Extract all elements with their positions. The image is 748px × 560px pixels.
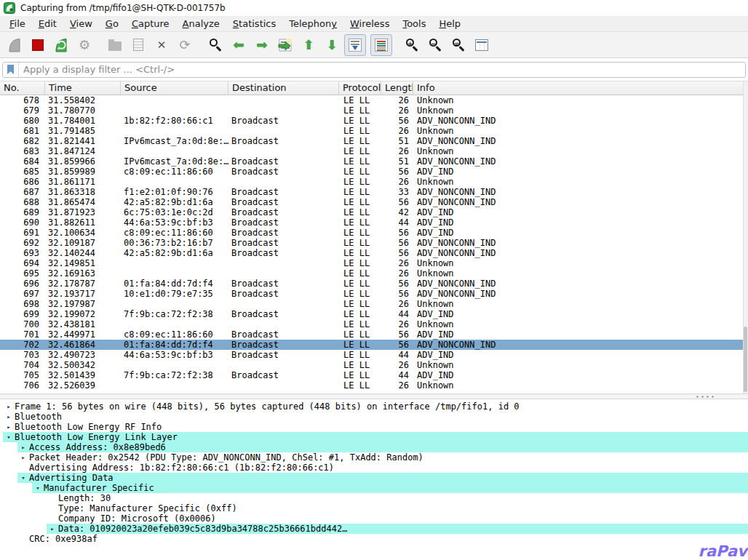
packet-cell-info: Unknown (413, 319, 748, 329)
packet-row[interactable]: 68831.86547442:a5:82:9b:d1:6aBroadcastLE… (0, 197, 748, 207)
zoom-out-icon[interactable]: − (424, 34, 446, 56)
packet-row[interactable]: 67931.780770LE LL26Unknown (0, 105, 748, 116)
packet-row[interactable]: 68231.821441IPv6mcast_7a:0d:8e:…Broadcas… (0, 136, 748, 146)
packet-row[interactable]: 69332.14024442:a5:82:9b:d1:6aBroadcastLE… (0, 248, 748, 258)
find-packet-icon[interactable] (204, 34, 226, 56)
column-header-source[interactable]: Source (121, 81, 228, 95)
auto-scroll-icon[interactable] (344, 34, 366, 56)
packet-row[interactable]: 69432.149851LE LL26Unknown (0, 258, 748, 268)
start-capture-icon[interactable] (4, 34, 25, 56)
detail-row[interactable]: Advertising Address: 1b:82:f2:80:66:c1 (… (0, 463, 748, 473)
packet-row[interactable]: 69832.197987LE LL26Unknown (0, 299, 748, 309)
colorize-icon[interactable] (370, 34, 392, 56)
menu-item-tools[interactable]: Tools (396, 17, 432, 31)
detail-row[interactable]: ▸Bluetooth Low Energy RF Info (0, 422, 748, 432)
menu-item-go[interactable]: Go (99, 17, 125, 31)
packet-row[interactable]: 70232.46186401:fa:84:dd:7d:f4BroadcastLE… (0, 340, 748, 350)
go-first-icon[interactable]: ⬆ (298, 34, 319, 56)
detail-row[interactable]: ▸Frame 1: 56 bytes on wire (448 bits), 5… (0, 401, 748, 412)
packet-row[interactable]: 70332.49072344:6a:53:9c:bf:b3BroadcastLE… (0, 350, 748, 360)
expander-open-icon[interactable]: ▾ (3, 432, 15, 442)
expander-closed-icon[interactable]: ▸ (17, 452, 29, 463)
go-to-packet-icon[interactable] (274, 34, 296, 56)
detail-row[interactable]: ▾Advertising Data (0, 473, 748, 483)
detail-row[interactable]: ▾Bluetooth Low Energy Link Layer (0, 432, 748, 442)
open-file-icon[interactable] (104, 34, 126, 56)
capture-options-icon[interactable]: ⚙ (73, 34, 95, 56)
reload-file-icon[interactable]: ⟳ (174, 34, 196, 56)
menu-item-telephony[interactable]: Telephony (282, 17, 343, 31)
packet-row[interactable]: 70432.500342LE LL26Unknown (0, 360, 748, 370)
filter-bookmark-icon[interactable] (3, 63, 19, 77)
column-header-destination[interactable]: Destination (228, 81, 339, 95)
packet-row[interactable]: 68731.863318f1:e2:01:0f:90:76BroadcastLE… (0, 187, 748, 197)
packet-row[interactable]: 70632.526039LE LL26Unknown (0, 380, 748, 391)
packet-row[interactable]: 69232.10918700:36:73:b2:16:b7BroadcastLE… (0, 238, 748, 248)
expander-closed-icon[interactable]: ▸ (3, 422, 15, 432)
save-file-icon[interactable] (127, 34, 149, 56)
pane-splitter[interactable] (0, 393, 748, 399)
packet-row[interactable]: 69632.17878701:fa:84:dd:7d:f4BroadcastLE… (0, 279, 748, 289)
menu-item-help[interactable]: Help (432, 17, 467, 31)
restart-capture-icon[interactable] (50, 34, 72, 56)
go-back-icon[interactable]: ⬅ (228, 34, 250, 56)
detail-row[interactable]: CRC: 0xe938af (0, 534, 748, 544)
resize-columns-icon[interactable] (471, 34, 493, 56)
menu-item-view[interactable]: View (63, 17, 99, 31)
column-header-protocol[interactable]: Protocol (339, 81, 381, 95)
packet-row[interactable]: 68031.7840011b:82:f2:80:66:c1BroadcastLE… (0, 116, 748, 126)
detail-row[interactable]: ▸Data: 010920023a20efeb039c5c83d9ba34788… (0, 524, 748, 534)
display-filter-input[interactable] (19, 63, 745, 76)
menu-item-wireless[interactable]: Wireless (343, 17, 396, 31)
toolbar-separator (96, 34, 103, 56)
expander-open-icon[interactable]: ▾ (17, 473, 29, 483)
packet-row[interactable]: 68331.847124LE LL26Unknown (0, 146, 748, 156)
packet-row[interactable]: 70132.449971c8:09:ec:11:86:60BroadcastLE… (0, 329, 748, 340)
go-last-icon[interactable]: ⬇ (321, 34, 343, 56)
column-header-no[interactable]: No. (0, 81, 45, 95)
packet-row[interactable]: 69732.19371710:e1:d0:79:e7:35BroadcastLE… (0, 289, 748, 299)
packet-row[interactable]: 68431.859966IPv6mcast_7a:0d:8e:…Broadcas… (0, 156, 748, 167)
packet-row[interactable]: 67831.558402LE LL26Unknown (0, 95, 748, 105)
detail-row[interactable]: ▸Packet Header: 0x2542 (PDU Type: ADV_NO… (0, 452, 748, 463)
zoom-reset-icon[interactable]: = (447, 34, 469, 56)
expander-closed-icon[interactable]: ▸ (17, 442, 29, 452)
packet-row[interactable]: 69132.100634c8:09:ec:11:86:60BroadcastLE… (0, 228, 748, 238)
packet-cell-destination: Broadcast (228, 350, 339, 360)
packet-row[interactable]: 69932.1990727f:9b:ca:72:f2:38BroadcastLE… (0, 309, 748, 319)
column-header-length[interactable]: Length (381, 81, 413, 95)
expander-closed-icon[interactable]: ▸ (3, 412, 15, 422)
detail-row[interactable]: ▾Manufacturer Specific (0, 483, 748, 493)
stop-capture-icon[interactable] (27, 34, 49, 56)
go-forward-icon[interactable]: ➡ (251, 34, 273, 56)
detail-row[interactable]: ▸Access Address: 0x8e89bed6 (0, 442, 748, 452)
expander-open-icon[interactable]: ▾ (32, 483, 44, 493)
packet-list-scrollbar[interactable] (743, 81, 748, 393)
menu-item-edit[interactable]: Edit (32, 17, 63, 31)
menu-item-capture[interactable]: Capture (125, 17, 176, 31)
column-header-info[interactable]: Info (413, 81, 748, 95)
menu-item-file[interactable]: File (3, 17, 32, 31)
packet-row[interactable]: 70532.5014397f:9b:ca:72:f2:38BroadcastLE… (0, 370, 748, 380)
detail-row[interactable]: Type: Manufacturer Specific (0xff) (0, 503, 748, 513)
expander-closed-icon[interactable]: ▸ (47, 524, 58, 534)
zoom-in-icon[interactable]: + (401, 34, 423, 56)
scrollbar-thumb[interactable] (744, 327, 747, 392)
detail-row[interactable]: Length: 30 (0, 493, 748, 503)
packet-row[interactable]: 68631.861171LE LL26Unknown (0, 177, 748, 187)
close-file-icon[interactable]: ✕ (151, 34, 172, 56)
packet-row[interactable]: 68531.859989c8:09:ec:11:86:60BroadcastLE… (0, 167, 748, 177)
column-header-time[interactable]: Time (45, 81, 121, 95)
expander-closed-icon[interactable]: ▸ (3, 401, 15, 412)
packet-row[interactable]: 68931.8719236c:75:03:1e:0c:2dBroadcastLE… (0, 207, 748, 217)
packet-row[interactable]: 69031.88261144:6a:53:9c:bf:b3BroadcastLE… (0, 217, 748, 228)
menu-item-statistics[interactable]: Statistics (226, 17, 282, 31)
detail-row[interactable]: Company ID: Microsoft (0x0006) (0, 513, 748, 524)
packet-cell-destination: Broadcast (228, 136, 339, 146)
packet-row[interactable]: 70032.438181LE LL26Unknown (0, 319, 748, 329)
menu-item-analyze[interactable]: Analyze (176, 17, 226, 31)
packet-row[interactable]: 68131.791485LE LL26Unknown (0, 126, 748, 136)
packet-row[interactable]: 69532.169163LE LL26Unknown (0, 268, 748, 279)
detail-row[interactable]: ▸Bluetooth (0, 412, 748, 422)
detail-text: Bluetooth Low Energy RF Info (15, 422, 162, 432)
